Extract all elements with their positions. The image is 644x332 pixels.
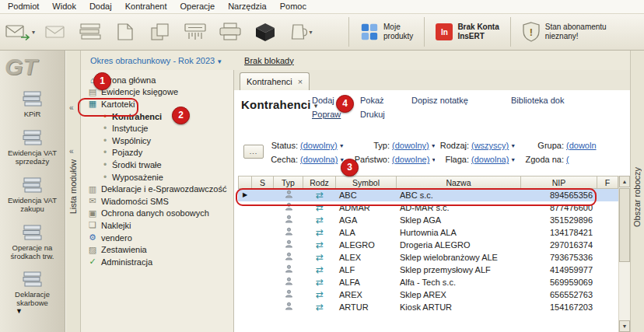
module-deklaracje-skarbowe[interactable]: Deklaracje skarbowe — [0, 265, 65, 313]
filter-value[interactable]: (dowolny) — [300, 141, 338, 150]
action-biblioteka-dok[interactable]: Biblioteka dok — [511, 96, 565, 105]
mail-button[interactable] — [40, 16, 70, 47]
tree-item-label: vendero — [101, 233, 132, 243]
shredder-button[interactable] — [180, 16, 210, 47]
filter-grupa: Grupa:(dowoln — [519, 141, 616, 150]
table-row[interactable]: ⇄ALEXSklep wielobranżowy ALE793675336 — [238, 251, 618, 264]
filter-value[interactable]: (dowolna) — [471, 155, 509, 164]
tree-item-wspolnicy[interactable]: •Wspólnicy — [81, 135, 233, 147]
filter-label: Grupa: — [519, 141, 564, 150]
column-header-symbol[interactable]: Symbol — [336, 176, 397, 189]
data-pitcher-button[interactable]: ▾ — [285, 16, 315, 47]
tab-kontrahenci[interactable]: Kontrahenci × — [240, 72, 310, 90]
action-pokaz[interactable]: Pokaż — [360, 96, 411, 105]
menu-item-podmiot[interactable]: Podmiot — [8, 2, 39, 13]
column-header-nazwa[interactable]: Nazwa — [397, 176, 521, 189]
menu-item-kontrahent[interactable]: Kontrahent — [125, 2, 167, 13]
dropdown-caret-icon[interactable]: ▾ — [32, 29, 35, 36]
table-row[interactable]: ⇄AGASklep AGA351529896 — [238, 214, 618, 226]
collapse-chevron-icon[interactable]: « — [69, 103, 74, 112]
column-header-typ[interactable]: Typ — [274, 176, 303, 189]
menu-bar: PodmiotWidokDodajKontrahentOperacjeNarzę… — [0, 0, 644, 14]
collapse-chevron-icon[interactable]: « — [69, 147, 74, 156]
scroll-up-icon[interactable]: ▲ — [619, 176, 630, 187]
cell-typ — [274, 251, 303, 264]
filter-value[interactable]: (dowoln — [566, 141, 597, 150]
tree-item-pojazdy[interactable]: •Pojazdy — [81, 147, 233, 159]
close-tab-icon[interactable]: × — [298, 77, 303, 86]
menu-item-widok[interactable]: Widok — [52, 2, 76, 13]
abonament-status-button[interactable]: ! Stan abonamentunieznany! — [519, 22, 610, 42]
send-email-button[interactable]: ▾ — [5, 16, 35, 47]
filter-label: Cecha: — [265, 155, 298, 164]
menu-item-dodaj[interactable]: Dodaj — [89, 2, 112, 13]
dropdown-caret-icon[interactable]: ▼ — [339, 143, 345, 149]
note-button[interactable] — [110, 16, 140, 47]
tree-item-label: Wspólnicy — [112, 136, 151, 145]
column-header-rodz[interactable]: Rodz — [303, 176, 336, 189]
module-ewidencja-vat-zakupu[interactable]: Ewidencja VAT zakupu — [0, 171, 65, 218]
tree-item-vendero[interactable]: ⚙vendero — [81, 232, 233, 244]
filter-value[interactable]: (dowolne) — [392, 155, 429, 164]
table-row[interactable]: ⇄ALFAAlfa - Tech s.c.569959069 — [238, 276, 618, 288]
tree-item-administracja[interactable]: ✓Administracja — [81, 256, 233, 268]
column-header-gutter[interactable] — [238, 176, 252, 189]
table-row[interactable]: ⇄ARTURKiosk ARTUR154167203 — [238, 301, 618, 313]
cell-nip: 656552763 — [521, 288, 597, 301]
moje-produkty-button[interactable]: Mojeprodukty — [357, 23, 416, 42]
print-queue-button[interactable] — [75, 16, 105, 47]
tree-item-wyposazenie[interactable]: •Wyposażenie — [81, 171, 233, 183]
workspace-strip[interactable]: Obszar roboczy — [630, 51, 644, 332]
module-kpir[interactable]: KPiR — [0, 85, 65, 124]
menu-item-narzedzia[interactable]: Narzędzia — [228, 2, 267, 13]
table-row[interactable]: ⇄ALAHurtownia ALA134178421 — [238, 226, 618, 239]
module-ewidencja-vat-sprzedazy[interactable]: Ewidencja VAT sprzedaży — [0, 124, 65, 171]
action-dopisz-notatke[interactable]: Dopisz notatkę — [411, 96, 511, 105]
column-header-f[interactable]: F — [597, 176, 618, 189]
action-popraw[interactable]: Popraw — [312, 110, 360, 119]
tree-item-srodki-trwale[interactable]: •Środki trwałe — [81, 159, 233, 171]
module-list-expander[interactable]: ▼ — [16, 307, 23, 315]
menu-item-pomoc[interactable]: Pomoc — [280, 2, 306, 13]
column-header-nip[interactable]: NIP — [521, 176, 597, 189]
filter-value[interactable]: (wszyscy) — [471, 141, 509, 150]
filter-value[interactable]: ( — [566, 155, 569, 164]
toolbar: ▾ ▾ Mojep — [0, 14, 644, 51]
action-drukuj[interactable]: Drukuj — [360, 110, 411, 119]
services-cube-button[interactable] — [250, 16, 280, 47]
module-list-strip[interactable]: « « Lista modułów — [65, 51, 81, 332]
scroll-down-icon[interactable]: ▼ — [619, 320, 630, 332]
module-operacje-na-srodkach-trw[interactable]: Operacje na środkach trw. — [0, 218, 65, 266]
transfer-direction-icon: ⇄ — [316, 289, 324, 300]
menu-item-operacje[interactable]: Operacje — [180, 2, 215, 13]
filter-options-button[interactable]: ... — [243, 145, 264, 159]
documents-button[interactable] — [145, 16, 175, 47]
dropdown-caret-icon[interactable]: ▼ — [510, 157, 516, 163]
dropdown-caret-icon[interactable]: ▼ — [510, 143, 516, 149]
printer-button[interactable] — [215, 16, 245, 47]
scrollbar-thumb[interactable] — [619, 188, 630, 262]
table-row[interactable]: ⇄AREXSklep AREX656552763 — [238, 288, 618, 301]
tree-item-ochrona-danych-osobowych[interactable]: ▣Ochrona danych osobowych — [81, 208, 233, 220]
tree-item-instytucje[interactable]: •Instytucje — [81, 122, 233, 135]
tree-item-zestawienia[interactable]: ▨Zestawienia — [81, 243, 233, 256]
dropdown-caret-icon[interactable]: ▾ — [310, 29, 313, 36]
moje-produkty-label2: produkty — [383, 32, 413, 40]
table-row[interactable]: ⇄ALEGRODrogeria ALEGRO297016374 — [238, 239, 618, 251]
content-header: Kontrahenci ▾ — [241, 98, 317, 111]
abonament-label: Stan abonamentu — [545, 23, 607, 31]
vertical-scrollbar[interactable]: ▲ ▼ — [618, 176, 630, 332]
contractor-type-icon — [285, 252, 293, 260]
filter-value[interactable]: (dowolna) — [300, 155, 338, 164]
tree-item-naklejki[interactable]: ❏Naklejki — [81, 219, 233, 232]
tree-item-deklaracje-i-e-sprawozdawczosc[interactable]: ▥Deklaracje i e-Sprawozdawczość — [81, 183, 233, 195]
period-selector[interactable]: Okres obrachunkowy - Rok 2023▼ — [90, 56, 222, 65]
filter-value[interactable]: (dowolny) — [392, 141, 429, 150]
table-row[interactable]: ⇄ALFSklep przemysłowy ALF414959977 — [238, 264, 618, 276]
konto-insert-button[interactable]: In Brak KontaInsERT — [432, 23, 502, 42]
tree-item-wiadomosci-sms[interactable]: ✉Wiadomości SMS — [81, 195, 233, 208]
lock-status-link[interactable]: Brak blokady — [244, 56, 294, 65]
svg-text:!: ! — [530, 26, 533, 38]
app-window: PodmiotWidokDodajKontrahentOperacjeNarzę… — [0, 0, 644, 332]
column-header-s[interactable]: S — [252, 176, 274, 189]
